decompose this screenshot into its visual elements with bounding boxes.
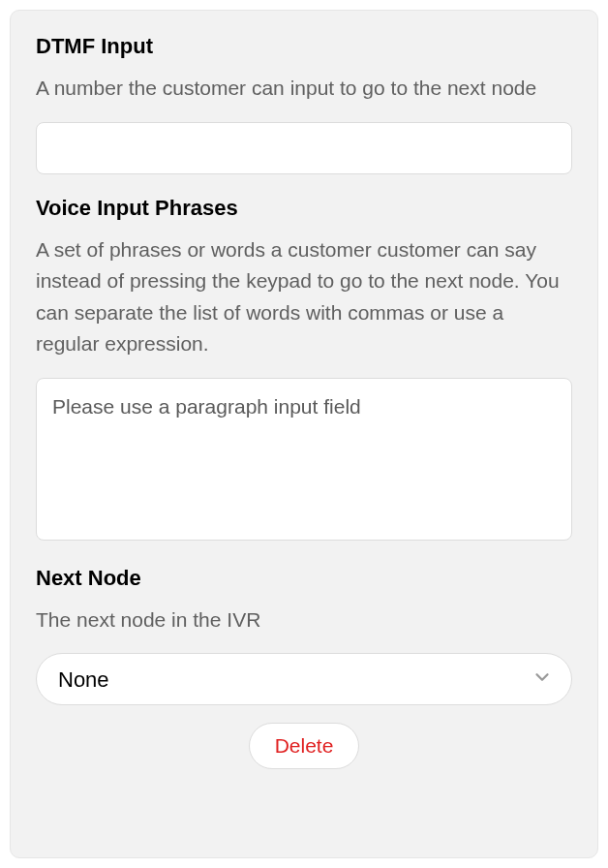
voice-title: Voice Input Phrases bbox=[36, 196, 572, 221]
config-panel: DTMF Input A number the customer can inp… bbox=[10, 10, 598, 858]
next-node-desc: The next node in the IVR bbox=[36, 604, 572, 636]
delete-button[interactable]: Delete bbox=[249, 723, 360, 769]
dtmf-input[interactable] bbox=[36, 122, 572, 174]
delete-row: Delete bbox=[36, 723, 572, 769]
next-node-select[interactable]: None bbox=[36, 653, 572, 705]
next-node-select-wrap: None bbox=[36, 653, 572, 705]
voice-input[interactable] bbox=[36, 378, 572, 541]
voice-desc: A set of phrases or words a customer cus… bbox=[36, 234, 572, 360]
dtmf-desc: A number the customer can input to go to… bbox=[36, 73, 572, 105]
dtmf-title: DTMF Input bbox=[36, 34, 572, 59]
next-node-title: Next Node bbox=[36, 566, 572, 591]
